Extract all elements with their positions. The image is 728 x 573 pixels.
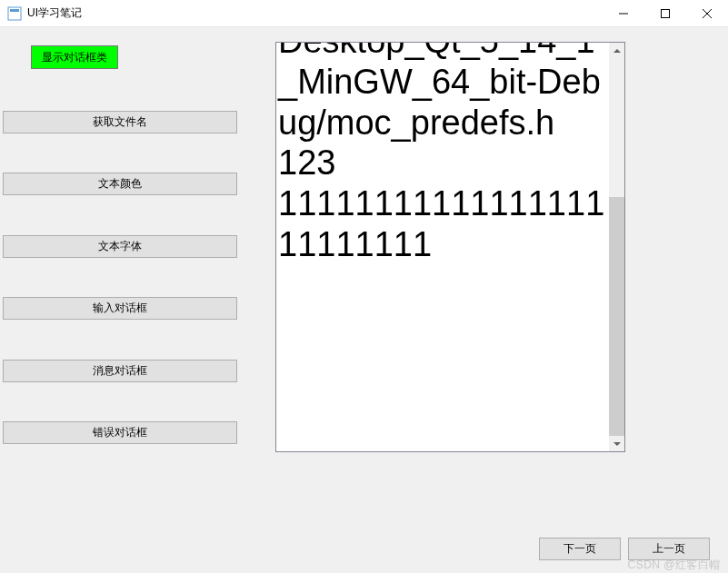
- text-content[interactable]: Desktop_Qt_5_14_1_MinGW_64_bit-Debug/moc…: [278, 42, 611, 265]
- svg-rect-1: [10, 9, 19, 12]
- error-dialog-label: 错误对话框: [93, 425, 147, 440]
- input-dialog-button[interactable]: 输入对话框: [3, 297, 237, 320]
- next-page-label: 下一页: [563, 541, 596, 557]
- prev-page-label: 上一页: [653, 541, 685, 557]
- svg-rect-3: [662, 10, 670, 18]
- show-dialog-class-label: 显示对话框类: [42, 50, 107, 65]
- titlebar: UI学习笔记: [0, 0, 728, 27]
- input-dialog-label: 输入对话框: [93, 301, 147, 316]
- titlebar-left: UI学习笔记: [7, 5, 82, 21]
- text-color-label: 文本颜色: [98, 176, 142, 192]
- error-dialog-button[interactable]: 错误对话框: [3, 421, 237, 444]
- maximize-button[interactable]: [644, 0, 686, 27]
- scrollbar-thumb[interactable]: [609, 197, 624, 438]
- scroll-down-arrow-icon[interactable]: [609, 436, 624, 451]
- svg-marker-7: [613, 442, 621, 446]
- svg-marker-6: [613, 49, 621, 53]
- app-icon: [7, 6, 22, 21]
- show-dialog-class-button[interactable]: 显示对话框类: [31, 45, 118, 69]
- text-display-panel[interactable]: Desktop_Qt_5_14_1_MinGW_64_bit-Debug/moc…: [275, 42, 625, 452]
- window-controls: [603, 0, 728, 26]
- client-area: 显示对话框类 获取文件名 文本颜色 文本字体 输入对话框 消息对话框 错误对话框…: [0, 27, 728, 573]
- get-filename-label: 获取文件名: [93, 114, 147, 130]
- message-dialog-label: 消息对话框: [93, 363, 147, 379]
- text-color-button[interactable]: 文本颜色: [3, 173, 237, 195]
- vertical-scrollbar[interactable]: [609, 43, 624, 451]
- text-font-label: 文本字体: [98, 239, 142, 254]
- message-dialog-button[interactable]: 消息对话框: [3, 360, 237, 382]
- window-title: UI学习笔记: [27, 5, 82, 21]
- close-button[interactable]: [686, 0, 728, 27]
- watermark-text: CSDN @红客白帽: [627, 558, 721, 573]
- scroll-up-arrow-icon[interactable]: [609, 43, 624, 58]
- next-page-button[interactable]: 下一页: [539, 538, 621, 560]
- get-filename-button[interactable]: 获取文件名: [3, 111, 237, 133]
- text-font-button[interactable]: 文本字体: [3, 235, 237, 258]
- minimize-button[interactable]: [603, 0, 644, 27]
